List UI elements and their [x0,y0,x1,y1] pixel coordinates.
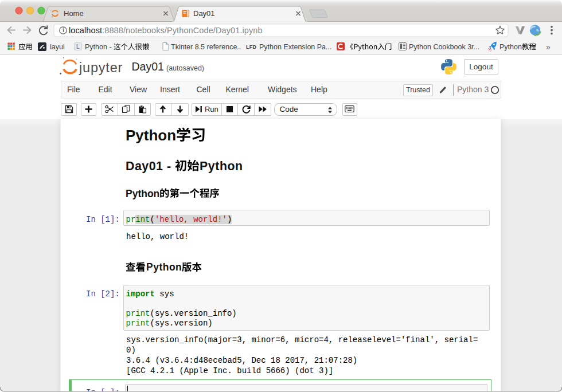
svg-text:Home: Home [64,9,84,18]
svg-text:L: L [76,43,80,50]
svg-text:Day01: Day01 [193,9,215,18]
